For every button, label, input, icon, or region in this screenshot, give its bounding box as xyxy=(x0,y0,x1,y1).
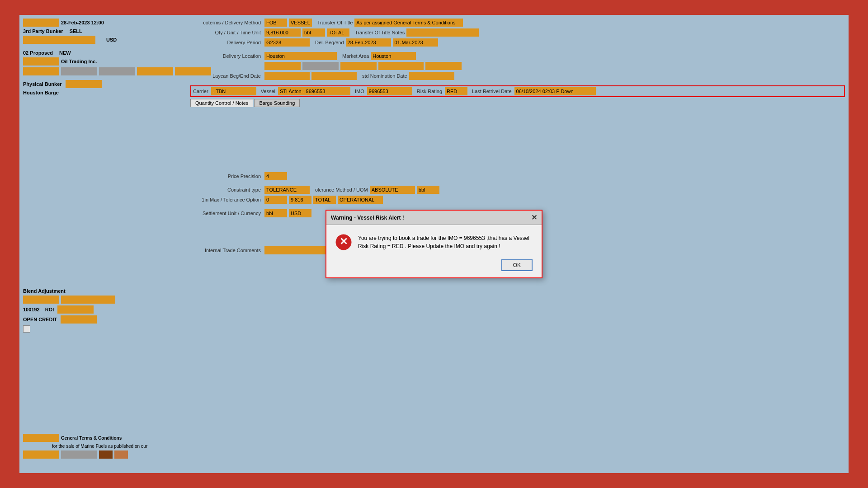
svg-text:✕: ✕ xyxy=(340,236,348,247)
dialog-title-bar: Warning - Vessel Risk Alert ! ✕ xyxy=(326,211,542,225)
dialog-overlay: Warning - Vessel Risk Alert ! ✕ ✕ You ar… xyxy=(19,15,849,473)
dialog-footer: OK xyxy=(326,255,542,277)
main-window: 28-Feb-2023 12:00 3rd Party Bunker SELL … xyxy=(18,14,850,474)
error-icon: ✕ xyxy=(335,234,352,250)
dialog-msg-line1: You are trying to book a trade for the I… xyxy=(358,235,529,241)
dialog-title-text: Warning - Vessel Risk Alert ! xyxy=(331,215,404,221)
dialog-close-button[interactable]: ✕ xyxy=(531,213,537,222)
dialog-message: You are trying to book a trade for the I… xyxy=(358,234,529,250)
warning-dialog: Warning - Vessel Risk Alert ! ✕ ✕ You ar… xyxy=(326,210,542,278)
dialog-msg-line2: Risk Rating = RED . Please Update the IM… xyxy=(358,243,500,249)
dialog-body: ✕ You are trying to book a trade for the… xyxy=(326,225,542,255)
ok-button[interactable]: OK xyxy=(501,259,533,271)
